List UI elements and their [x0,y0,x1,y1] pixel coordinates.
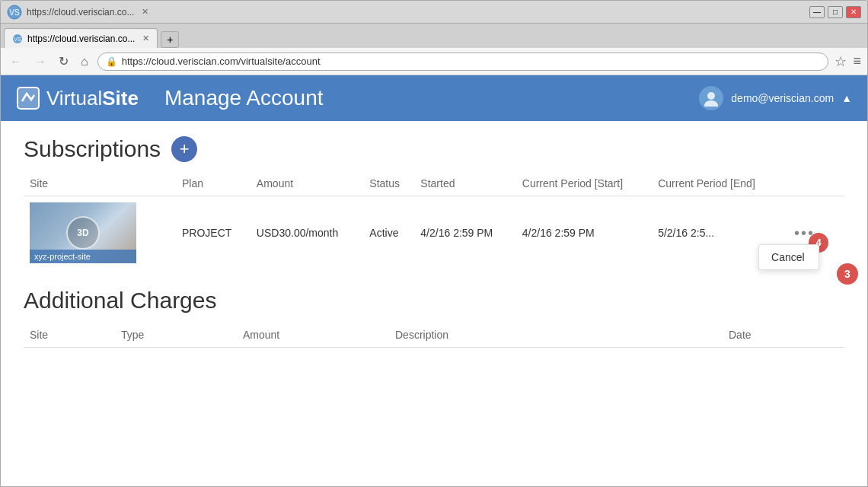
site-thumbnail[interactable]: 3D xyz-project-site [30,202,136,263]
user-menu-arrow[interactable]: ▲ [841,92,852,104]
charges-col-date: Date [723,326,844,348]
col-amount: Amount [251,174,363,196]
action-cell: ••• Cancel 4 3 [783,196,844,270]
col-actions [783,174,844,196]
add-subscription-button[interactable]: + [171,136,197,162]
url-text: https://cloud.veriscian.com/virtualsite/… [122,56,321,67]
logo-icon [16,86,40,110]
active-tab[interactable]: VS https://cloud.veriscian.co... ✕ [4,28,158,48]
app-content: VirtualSite Manage Account demo@veriscia… [1,75,867,486]
action-dropdown-menu: Cancel [758,244,819,270]
tab-bar: VS https://cloud.veriscian.co... ✕ + [1,24,867,48]
app-header: VirtualSite Manage Account demo@veriscia… [1,75,867,121]
reload-button[interactable]: ↻ [56,53,72,70]
new-tab-button[interactable]: + [161,31,179,48]
user-email: demo@veriscian.com [731,92,834,104]
site-thumbnail-label: xyz-project-site [30,250,136,263]
tab-title: https://cloud.veriscian.co... [27,7,134,18]
url-field[interactable]: 🔒 https://cloud.veriscian.com/virtualsit… [97,53,829,71]
charges-col-type: Type [115,326,237,348]
badge-3: 3 [837,263,858,285]
subscriptions-header: Subscriptions + [24,136,844,162]
tab-close-button[interactable]: ✕ [142,7,148,17]
svg-text:VS: VS [14,37,21,42]
minimize-button[interactable]: — [809,6,825,18]
chrome-menu-button[interactable]: ≡ [853,53,861,69]
charges-col-description: Description [389,326,723,348]
home-button[interactable]: ⌂ [78,53,91,70]
tab-favicon: VS [12,33,23,44]
charges-header: Additional Charges [24,288,844,314]
header-right: demo@veriscian.com ▲ [699,86,852,110]
ssl-icon: 🔒 [106,56,117,67]
cancel-menu-item[interactable]: Cancel [759,245,819,269]
title-bar: VS https://cloud.veriscian.co... ✕ — □ ✕ [1,1,867,24]
main-content: Subscriptions + Site Plan Amount Status … [1,121,867,486]
table-row: 3D xyz-project-site PROJECT USD30.00/mon… [24,196,844,270]
svg-point-5 [707,92,715,100]
bookmark-button[interactable]: ☆ [834,53,847,70]
started-cell: 4/2/16 2:59 PM [414,196,515,270]
logo: VirtualSite [16,86,139,110]
charges-col-amount: Amount [237,326,389,348]
amount-cell: USD30.00/month [251,196,363,270]
user-avatar [699,86,723,110]
page-title: Manage Account [164,86,324,110]
browser-icon: VS [7,5,22,20]
col-site: Site [24,174,176,196]
additional-charges-section: Additional Charges Site Type Amount Desc… [24,288,844,348]
col-plan: Plan [176,174,251,196]
site-3d-icon: 3D [66,216,100,250]
col-status: Status [363,174,414,196]
tab-label: https://cloud.veriscian.co... [27,33,135,44]
logo-text: VirtualSite [46,87,139,110]
action-menu-container: ••• Cancel 4 [790,223,819,244]
subscriptions-title: Subscriptions [24,136,161,162]
charges-table: Site Type Amount Description Date [24,326,844,348]
site-cell: 3D xyz-project-site [24,196,176,270]
svg-rect-4 [18,88,39,109]
address-bar: ← → ↻ ⌂ 🔒 https://cloud.veriscian.com/vi… [1,48,867,75]
charges-col-site: Site [24,326,115,348]
forward-button[interactable]: → [31,53,49,70]
subscriptions-table: Site Plan Amount Status Started Current … [24,174,844,269]
maximize-button[interactable]: □ [828,6,843,18]
logo-virtual: Virtual [46,87,102,110]
period-start-cell: 4/2/16 2:59 PM [516,196,652,270]
tab-close-icon[interactable]: ✕ [142,33,149,43]
close-button[interactable]: ✕ [846,6,861,18]
avatar-icon [703,90,720,107]
back-button[interactable]: ← [7,53,25,70]
status-cell: Active [363,196,414,270]
logo-site: Site [102,87,139,110]
svg-text:VS: VS [9,8,20,17]
charges-title: Additional Charges [24,288,217,314]
plan-cell: PROJECT [176,196,251,270]
col-period-end: Current Period [End] [652,174,783,196]
col-started: Started [414,174,515,196]
col-period-start: Current Period [Start] [516,174,652,196]
